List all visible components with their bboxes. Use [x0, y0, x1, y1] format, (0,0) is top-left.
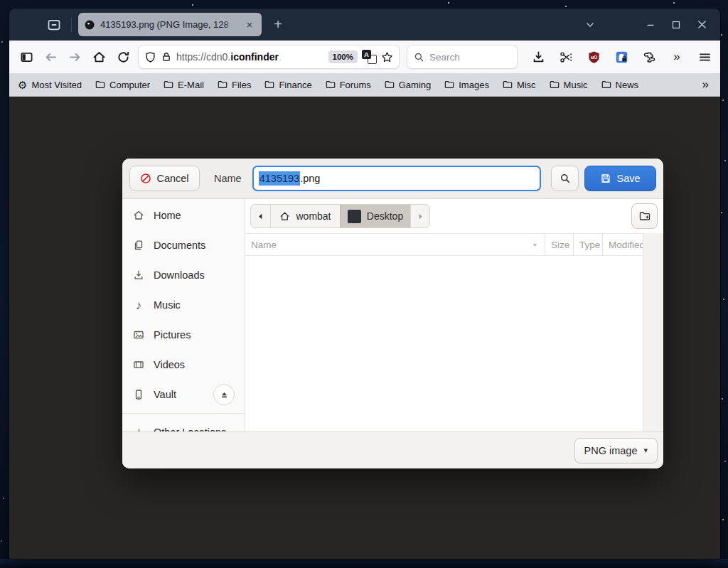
bookmark-label: Images	[459, 80, 489, 90]
column-header-modified[interactable]: Modified	[602, 234, 643, 255]
downloads-button[interactable]	[528, 45, 548, 68]
folder-icon	[444, 80, 454, 90]
pathbar-row: wombat Desktop	[245, 199, 663, 233]
bookmark-folder-misc[interactable]: Misc	[503, 80, 536, 90]
list-tabs-button[interactable]	[579, 14, 601, 36]
home-button[interactable]	[87, 45, 110, 68]
bookmark-folder-images[interactable]: Images	[444, 80, 489, 90]
path-segment-desktop[interactable]: Desktop	[340, 205, 410, 227]
extensions-puzzle-icon[interactable]	[639, 45, 659, 68]
desktop-folder-icon	[348, 210, 361, 223]
filename-input[interactable]: 4135193.png	[252, 166, 541, 191]
sidebar-label: Downloads	[154, 269, 205, 281]
eject-button[interactable]	[213, 384, 235, 405]
new-folder-icon	[639, 210, 651, 222]
bookmark-folder-email[interactable]: E-Mail	[164, 80, 204, 90]
overflow-chevron-icon[interactable]: »	[667, 45, 687, 68]
back-button[interactable]	[39, 45, 62, 68]
sidebar-item-pictures[interactable]: Pictures	[122, 320, 245, 350]
bookmark-label: Computer	[109, 80, 150, 90]
bookmarks-toolbar: ⚙ Most Visited Computer E-Mail Files Fin…	[9, 73, 720, 97]
path-segment-label: wombat	[296, 210, 331, 222]
navigation-toolbar: https://cdn0.iconfinder. 100% A Search	[9, 41, 720, 73]
cancel-icon	[140, 173, 151, 184]
search-input[interactable]: Search	[407, 45, 517, 68]
home-icon	[279, 211, 290, 222]
bookmark-folder-gaming[interactable]: Gaming	[385, 80, 432, 90]
search-icon	[414, 52, 424, 63]
reload-button[interactable]	[112, 45, 134, 68]
bookmark-label: Misc	[517, 80, 536, 90]
column-label: Name	[251, 240, 277, 250]
folder-icon	[601, 80, 611, 90]
firefox-view-button[interactable]	[42, 14, 66, 36]
dialog-body: Home Documents Downloads	[122, 199, 663, 432]
music-note-icon: ♪	[133, 299, 144, 311]
documents-icon	[133, 240, 144, 251]
column-label: Type	[579, 240, 600, 250]
sidebar-label: Documents	[154, 240, 205, 251]
titlebar-separator	[71, 18, 72, 32]
path-scroll-right-icon[interactable]	[410, 205, 429, 227]
column-headers: Name Size Type	[245, 233, 643, 256]
scrollbar-gutter[interactable]	[643, 233, 663, 432]
sidebar-item-downloads[interactable]: Downloads	[122, 260, 245, 290]
sidebar-item-other-locations[interactable]: Other Locations	[122, 417, 245, 432]
bookmark-folder-forums[interactable]: Forums	[326, 80, 371, 90]
bookmarks-overflow-chevron[interactable]: »	[702, 77, 712, 92]
file-list-wrap: Name Size Type	[245, 233, 663, 432]
url-bar[interactable]: https://cdn0.iconfinder. 100% A	[139, 45, 399, 68]
active-tab[interactable]: 4135193.png (PNG Image, 128 ×	[78, 13, 262, 36]
titlebar: 4135193.png (PNG Image, 128 × +	[9, 9, 720, 41]
tab-close-icon[interactable]: ×	[243, 18, 256, 31]
bookmark-folder-finance[interactable]: Finance	[264, 80, 311, 90]
file-browser: wombat Desktop	[245, 199, 663, 432]
close-window-button[interactable]	[692, 15, 712, 35]
privacy-extension-icon[interactable]	[611, 45, 631, 68]
column-header-name[interactable]: Name	[245, 234, 545, 255]
wallpaper-horizon	[0, 559, 728, 568]
column-header-size[interactable]: Size	[545, 234, 573, 255]
starfield-wallpaper	[0, 0, 1, 1]
window-controls	[641, 15, 712, 35]
forward-button[interactable]	[63, 45, 86, 68]
bookmark-folder-files[interactable]: Files	[218, 80, 251, 90]
minimize-button[interactable]	[641, 15, 660, 35]
sidebar-item-documents[interactable]: Documents	[122, 230, 245, 260]
sidebar-item-music[interactable]: ♪ Music	[122, 290, 245, 320]
file-list-empty-area[interactable]	[245, 256, 643, 432]
new-tab-button[interactable]: +	[267, 14, 289, 36]
tracking-shield-icon[interactable]	[144, 51, 156, 63]
search-files-button[interactable]	[551, 166, 579, 191]
path-scroll-left-icon[interactable]	[251, 205, 270, 227]
column-header-type[interactable]: Type	[573, 234, 602, 255]
folder-icon	[95, 80, 105, 90]
cancel-button[interactable]: Cancel	[129, 166, 200, 191]
save-file-dialog: Cancel Name 4135193.png	[122, 159, 663, 468]
bookmark-folder-computer[interactable]: Computer	[95, 80, 150, 90]
sidebar-item-home[interactable]: Home	[122, 200, 245, 230]
folder-icon	[264, 80, 274, 90]
bookmark-star-icon[interactable]	[381, 51, 393, 63]
sidebar-item-vault[interactable]: Vault	[122, 380, 245, 409]
bookmark-folder-news[interactable]: News	[601, 80, 639, 90]
tab-title: 4135193.png (PNG Image, 128	[100, 18, 238, 31]
sidebar-item-videos[interactable]: Videos	[122, 350, 245, 380]
menu-hamburger-icon[interactable]	[695, 45, 714, 68]
maximize-button[interactable]	[666, 15, 686, 35]
screenshot-scissors-icon[interactable]	[556, 45, 576, 68]
bookmark-most-visited[interactable]: ⚙ Most Visited	[18, 80, 82, 90]
filename-extension: .png	[300, 173, 320, 184]
search-placeholder: Search	[429, 52, 460, 63]
zoom-level-badge[interactable]: 100%	[328, 50, 358, 63]
path-segment-home[interactable]: wombat	[270, 205, 340, 227]
save-button[interactable]: Save	[584, 166, 656, 191]
filetype-dropdown[interactable]: PNG image ▾	[574, 438, 658, 463]
lock-icon[interactable]	[161, 51, 172, 63]
bookmark-label: Finance	[279, 80, 311, 90]
ublock-origin-icon[interactable]: uO	[584, 45, 604, 68]
bookmark-folder-music[interactable]: Music	[550, 80, 588, 90]
sidebar-toggle-button[interactable]	[15, 45, 38, 68]
translate-icon[interactable]: A	[362, 50, 377, 64]
create-folder-button[interactable]	[631, 203, 658, 229]
